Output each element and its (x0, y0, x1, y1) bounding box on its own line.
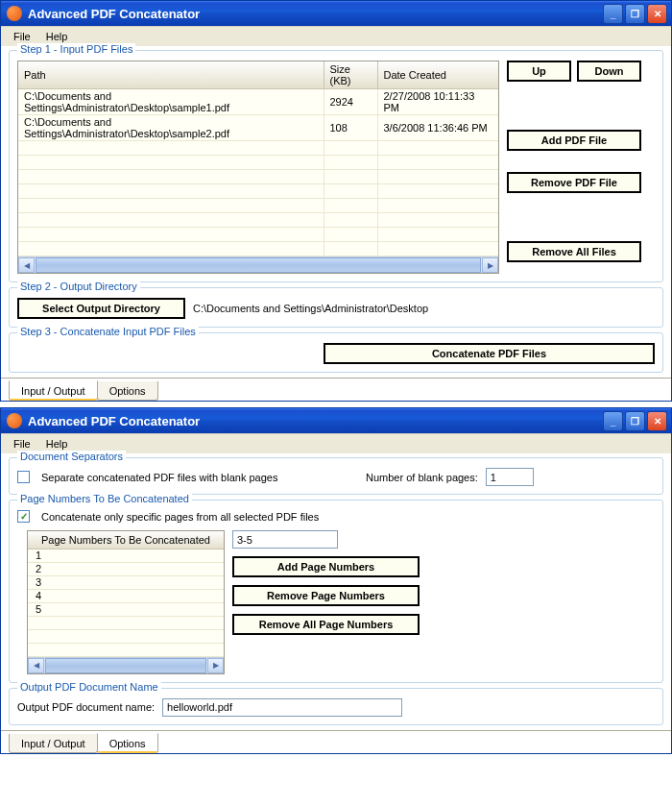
output-dir-text: C:\Documents and Settings\Administrator\… (193, 303, 428, 314)
scroll-left-icon[interactable]: ◀ (18, 257, 35, 273)
pn-col[interactable]: Page Numbers To Be Concatenated (28, 531, 224, 549)
window-options: Advanced PDF Concatenator _ ❐ ✕ File Hel… (0, 407, 672, 754)
scroll-right-icon[interactable]: ▶ (207, 658, 224, 673)
step1-label: Step 1 - Input PDF Files (17, 43, 135, 55)
col-size[interactable]: Size (KB) (324, 61, 377, 89)
table-row: C:\Documents and Settings\Administrator\… (18, 89, 498, 115)
step3-group: Step 3 - Concatenate Input PDF Files Con… (9, 332, 663, 373)
h-scrollbar[interactable]: ◀ ▶ (28, 657, 224, 673)
maximize-button[interactable]: ❐ (625, 411, 645, 431)
output-name-input[interactable] (162, 698, 402, 717)
specific-pages-checkbox[interactable] (17, 510, 30, 523)
add-pdf-button[interactable]: Add PDF File (507, 130, 641, 151)
up-button[interactable]: Up (507, 61, 571, 82)
scroll-thumb[interactable] (36, 257, 481, 273)
tabstrip: Input / Output Options (1, 730, 671, 753)
step2-group: Step 2 - Output Directory Select Output … (9, 287, 663, 328)
col-path[interactable]: Path (18, 61, 324, 89)
tab-options[interactable]: Options (97, 733, 158, 753)
step2-label: Step 2 - Output Directory (17, 281, 140, 292)
tab-input-output[interactable]: Input / Output (9, 380, 98, 401)
table-row: C:\Documents and Settings\Administrator\… (18, 115, 498, 141)
minimize-button[interactable]: _ (603, 4, 623, 24)
close-button[interactable]: ✕ (647, 411, 667, 431)
app-icon (7, 6, 22, 21)
list-item: 5 (28, 602, 224, 616)
window-title: Advanced PDF Concatenator (28, 7, 603, 21)
tabstrip: Input / Output Options (1, 378, 671, 401)
app-icon (7, 413, 22, 428)
list-item: 4 (28, 589, 224, 602)
scroll-thumb[interactable] (45, 658, 206, 673)
select-output-dir-button[interactable]: Select Output Directory (17, 298, 185, 319)
separate-checkbox[interactable] (17, 471, 30, 483)
page-range-input[interactable] (232, 530, 338, 549)
list-item: 3 (28, 575, 224, 589)
remove-pdf-button[interactable]: Remove PDF File (507, 172, 641, 193)
titlebar[interactable]: Advanced PDF Concatenator _ ❐ ✕ (1, 1, 671, 26)
remove-all-page-numbers-button[interactable]: Remove All Page Numbers (232, 614, 420, 635)
output-name-field-label: Output PDF document name: (17, 701, 155, 713)
separate-checkbox-label: Separate concatenated PDF files with bla… (41, 472, 358, 483)
concatenate-button[interactable]: Concatenate PDF Files (324, 343, 655, 364)
separators-group: Document Separators Separate concatenate… (9, 457, 663, 495)
list-item: 2 (28, 562, 224, 575)
minimize-button[interactable]: _ (603, 411, 623, 431)
page-numbers-table[interactable]: Page Numbers To Be Concatenated 1 2 3 4 … (27, 530, 225, 674)
scroll-left-icon[interactable]: ◀ (28, 658, 44, 673)
down-button[interactable]: Down (577, 61, 641, 82)
window-io: Advanced PDF Concatenator _ ❐ ✕ File Hel… (0, 0, 672, 402)
col-date[interactable]: Date Created (377, 61, 498, 89)
h-scrollbar[interactable]: ◀ ▶ (18, 256, 498, 273)
maximize-button[interactable]: ❐ (625, 4, 645, 24)
separators-label: Document Separators (17, 451, 126, 462)
scroll-right-icon[interactable]: ▶ (482, 257, 498, 273)
list-item: 1 (28, 549, 224, 562)
blank-pages-input[interactable] (486, 468, 534, 486)
window-title: Advanced PDF Concatenator (28, 414, 603, 428)
output-name-label: Output PDF Document Name (17, 681, 161, 693)
tab-options[interactable]: Options (97, 381, 158, 401)
page-numbers-label: Page Numbers To Be Concatenated (17, 493, 192, 504)
remove-all-button[interactable]: Remove All Files (507, 241, 641, 262)
specific-pages-label: Concatenate only specific pages from all… (41, 511, 319, 523)
titlebar[interactable]: Advanced PDF Concatenator _ ❐ ✕ (1, 408, 671, 433)
output-name-group: Output PDF Document Name Output PDF docu… (9, 688, 663, 725)
step1-group: Step 1 - Input PDF Files Path Size (KB) … (9, 50, 663, 282)
remove-page-numbers-button[interactable]: Remove Page Numbers (232, 585, 420, 606)
file-table[interactable]: Path Size (KB) Date Created C:\Documents… (17, 61, 499, 274)
page-numbers-group: Page Numbers To Be Concatenated Concaten… (9, 500, 663, 683)
add-page-numbers-button[interactable]: Add Page Numbers (232, 556, 420, 577)
step3-label: Step 3 - Concatenate Input PDF Files (17, 326, 199, 337)
blank-pages-label: Number of blank pages: (366, 472, 478, 483)
tab-input-output[interactable]: Input / Output (9, 734, 98, 753)
close-button[interactable]: ✕ (647, 4, 667, 24)
